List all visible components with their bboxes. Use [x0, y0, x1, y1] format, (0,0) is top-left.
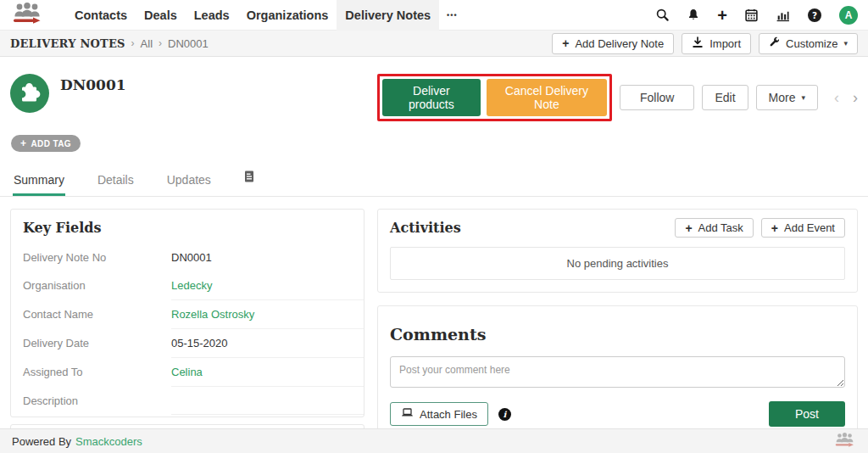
plus-icon: + [20, 138, 26, 148]
add-task-button[interactable]: + Add Task [675, 218, 753, 238]
field-row-delivery-note-no: Delivery Note No DN0001 [11, 243, 364, 271]
user-avatar[interactable]: A [839, 6, 858, 25]
customize-label: Customize [786, 37, 837, 50]
wrench-icon [769, 36, 780, 50]
search-icon[interactable] [655, 8, 670, 22]
deliver-products-button[interactable]: Deliver products [382, 79, 481, 116]
reports-chart-icon[interactable] [776, 8, 790, 22]
breadcrumb-view[interactable]: All [141, 37, 153, 50]
breadcrumb-separator: › [131, 37, 135, 49]
breadcrumb-record: DN0001 [168, 37, 209, 50]
record-title: DN0001 [60, 76, 126, 116]
record-tabs: Summary Details Updates [0, 165, 868, 197]
add-event-button[interactable]: + Add Event [761, 218, 845, 238]
attach-files-button[interactable]: Attach Files [390, 402, 488, 426]
comments-card: Comments Attach Files i Post [377, 305, 858, 441]
assigned-to-link[interactable]: Celina [171, 358, 364, 387]
organisation-link[interactable]: Ledecky [171, 271, 364, 300]
plus-icon: + [685, 222, 692, 234]
nav-more-ellipsis-icon[interactable]: ••• [439, 11, 465, 20]
comment-input[interactable] [390, 356, 845, 388]
add-task-label: Add Task [698, 221, 743, 234]
record-actions: Deliver products Cancel Delivery Note Fo… [377, 74, 858, 121]
annotation-highlight-box: Deliver products Cancel Delivery Note [377, 74, 612, 121]
footer-bar: Powered By Smackcoders [0, 428, 868, 453]
nav-item-delivery-notes[interactable]: Delivery Notes [337, 0, 439, 31]
add-delivery-note-button[interactable]: + Add Delivery Note [552, 33, 674, 54]
nav-item-organizations[interactable]: Organizations [238, 0, 337, 31]
chevron-down-icon: ▾ [843, 39, 848, 48]
activities-title: Activities [390, 220, 461, 236]
previous-record-icon[interactable]: ‹ [834, 90, 839, 105]
calendar-icon[interactable] [744, 8, 759, 22]
chevron-down-icon: ▾ [801, 93, 805, 102]
post-comment-button[interactable]: Post [769, 401, 845, 427]
field-label: Delivery Note No [11, 243, 171, 271]
breadcrumb-separator: › [159, 37, 162, 49]
tab-details[interactable]: Details [97, 165, 135, 196]
add-event-label: Add Event [784, 221, 835, 234]
field-label: Delivery Date [11, 329, 171, 358]
breadcrumb-module[interactable]: DELIVERY NOTES [10, 37, 125, 50]
customize-button[interactable]: Customize ▾ [759, 33, 858, 54]
plus-icon: + [771, 222, 778, 234]
topnav-right-icons: + ? A [655, 6, 858, 25]
key-fields-card: Key Fields Delivery Note No DN0001 Organ… [10, 209, 364, 417]
powered-by-text: Powered By [12, 435, 71, 448]
field-row-contact-name: Contact Name Rozella Ostrosky [11, 300, 364, 329]
field-row-organisation: Organisation Ledecky [11, 271, 364, 300]
cancel-delivery-note-button[interactable]: Cancel Delivery Note [487, 79, 607, 116]
left-column: Key Fields Delivery Note No DN0001 Organ… [10, 209, 364, 445]
nav-item-contacts[interactable]: Contacts [66, 0, 136, 31]
main-content: Key Fields Delivery Note No DN0001 Organ… [0, 197, 868, 445]
activities-header: Activities + Add Task + Add Event [390, 218, 845, 238]
key-fields-title: Key Fields [11, 220, 364, 243]
next-record-icon[interactable]: › [853, 90, 858, 105]
field-value [171, 387, 364, 415]
field-row-description: Description [11, 387, 364, 415]
right-column: Activities + Add Task + Add Event No pen… [377, 209, 858, 441]
add-tag-label: ADD TAG [31, 139, 71, 148]
nav-item-deals[interactable]: Deals [136, 0, 186, 31]
quick-create-plus-icon[interactable]: + [717, 9, 727, 21]
info-icon[interactable]: i [498, 408, 511, 421]
field-row-delivery-date: Delivery Date 05-15-2020 [11, 329, 364, 358]
more-button[interactable]: More ▾ [756, 85, 818, 110]
field-label: Description [11, 387, 171, 415]
comments-title: Comments [390, 325, 845, 344]
nav-item-leads[interactable]: Leads [186, 0, 238, 31]
add-delivery-note-label: Add Delivery Note [575, 37, 664, 50]
more-label: More [769, 91, 796, 104]
help-icon[interactable]: ? [807, 8, 822, 23]
field-row-assigned-to: Assigned To Celina [11, 358, 364, 387]
field-label: Assigned To [11, 358, 171, 387]
comments-footer: Attach Files i Post [390, 401, 845, 427]
plus-icon: + [562, 37, 569, 49]
svg-text:?: ? [812, 9, 817, 20]
laptop-icon [401, 407, 414, 421]
contact-name-link[interactable]: Rozella Ostrosky [171, 300, 364, 329]
edit-button[interactable]: Edit [702, 85, 748, 110]
field-value: DN0001 [171, 243, 364, 271]
record-pager: ‹ › [834, 90, 858, 105]
tab-updates[interactable]: Updates [166, 165, 212, 196]
footer-team-logo-icon [833, 432, 856, 450]
field-value: 05-15-2020 [171, 329, 364, 358]
list-toolbar: + Add Delivery Note Import Customize ▾ [552, 33, 858, 54]
team-logo-icon [10, 2, 44, 28]
field-label: Contact Name [11, 300, 171, 329]
tab-summary[interactable]: Summary [13, 165, 65, 196]
import-button[interactable]: Import [682, 33, 751, 54]
follow-button[interactable]: Follow [620, 85, 694, 110]
activities-card: Activities + Add Task + Add Event No pen… [377, 209, 858, 293]
smackcoders-link[interactable]: Smackcoders [75, 435, 142, 448]
notes-document-icon[interactable] [243, 170, 255, 192]
app-window: Contacts Deals Leads Organizations Deliv… [0, 0, 868, 453]
import-download-icon [692, 36, 704, 51]
notifications-bell-icon[interactable] [687, 8, 700, 22]
no-pending-activities-message: No pending activities [390, 247, 845, 280]
record-header: DN0001 Deliver products Cancel Delivery … [0, 57, 868, 121]
import-label: Import [709, 37, 741, 50]
add-tag-button[interactable]: + ADD TAG [11, 135, 81, 152]
app-logo[interactable] [10, 2, 44, 28]
